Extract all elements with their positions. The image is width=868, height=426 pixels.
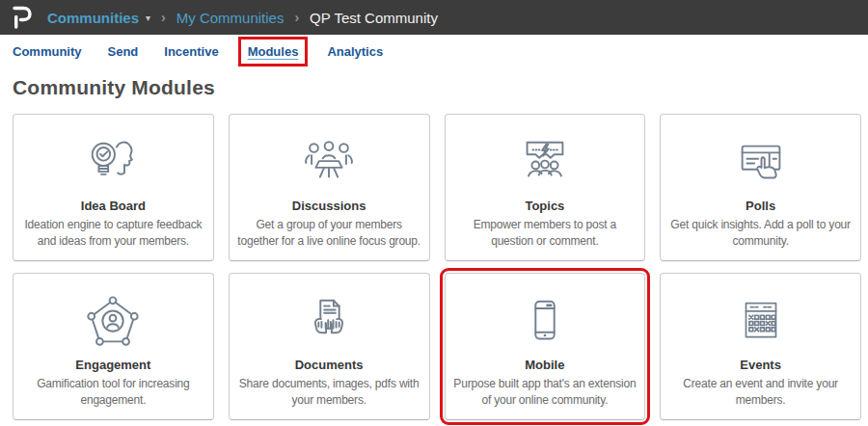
module-description: Get quick insights. Add a poll to your c… xyxy=(668,217,853,250)
module-title: Events xyxy=(740,358,781,372)
module-description: Get a group of your members together for… xyxy=(237,217,421,250)
module-title: Idea Board xyxy=(81,199,146,213)
communities-menu-label: Communities xyxy=(47,10,139,26)
documents-icon xyxy=(299,293,359,353)
module-card-topics[interactable]: Topics Empower members to post a questio… xyxy=(445,114,646,261)
module-card-events[interactable]: Events Create an event and invite your m… xyxy=(660,273,861,420)
section-tabs: Community Send Incentive Modules Analyti… xyxy=(0,35,868,67)
module-title: Engagement xyxy=(75,358,150,372)
breadcrumb-separator: › xyxy=(161,10,166,25)
tab-community[interactable]: Community xyxy=(13,44,82,59)
module-description: Create an event and invite your members. xyxy=(668,376,853,409)
module-title: Discussions xyxy=(292,199,366,213)
engagement-icon xyxy=(83,293,143,353)
module-description: Gamification tool for increasing engagem… xyxy=(21,376,205,409)
questionpro-logo-icon xyxy=(12,5,32,30)
module-description: Share documents, images, pdfs with your … xyxy=(237,376,421,409)
module-title: Documents xyxy=(295,358,364,372)
module-card-idea-board[interactable]: Idea Board Ideation engine to capture fe… xyxy=(13,114,214,261)
communities-menu[interactable]: Communities ▾ xyxy=(47,10,150,26)
events-icon xyxy=(731,293,791,353)
module-grid: Idea Board Ideation engine to capture fe… xyxy=(13,114,861,420)
module-description: Purpose built app that's an extension of… xyxy=(453,376,637,409)
polls-icon xyxy=(731,134,791,194)
module-card-discussions[interactable]: Discussions Get a group of your members … xyxy=(229,114,430,261)
mobile-icon xyxy=(515,293,575,353)
module-description: Ideation engine to capture feedback and … xyxy=(21,217,205,250)
module-card-mobile[interactable]: Mobile Purpose built app that's an exten… xyxy=(445,273,646,420)
breadcrumb-my-communities[interactable]: My Communities xyxy=(176,10,285,26)
questionpro-logo[interactable] xyxy=(12,5,32,30)
tab-incentive[interactable]: Incentive xyxy=(164,44,218,59)
module-description: Empower members to post a question or co… xyxy=(453,217,637,250)
topics-icon xyxy=(515,134,575,194)
module-card-documents[interactable]: Documents Share documents, images, pdfs … xyxy=(229,273,430,420)
module-card-polls[interactable]: Polls Get quick insights. Add a poll to … xyxy=(660,114,861,261)
breadcrumb-separator: › xyxy=(294,10,299,25)
tab-send[interactable]: Send xyxy=(108,44,139,59)
topbar: Communities ▾ › My Communities › QP Test… xyxy=(0,0,868,35)
module-title: Polls xyxy=(746,199,775,213)
page-title: Community Modules xyxy=(0,76,868,99)
tab-analytics[interactable]: Analytics xyxy=(327,44,383,59)
discussions-icon xyxy=(299,134,359,194)
tab-modules[interactable]: Modules xyxy=(248,44,299,59)
modules-tab-highlight-annotation: Modules xyxy=(238,37,309,67)
module-title: Topics xyxy=(525,199,564,213)
module-card-engagement[interactable]: Engagement Gamification tool for increas… xyxy=(13,273,214,420)
idea-board-icon xyxy=(83,134,143,194)
breadcrumb-current-page: QP Test Community xyxy=(310,10,438,26)
breadcrumb: › My Communities › QP Test Community xyxy=(150,10,438,26)
module-title: Mobile xyxy=(525,358,564,372)
